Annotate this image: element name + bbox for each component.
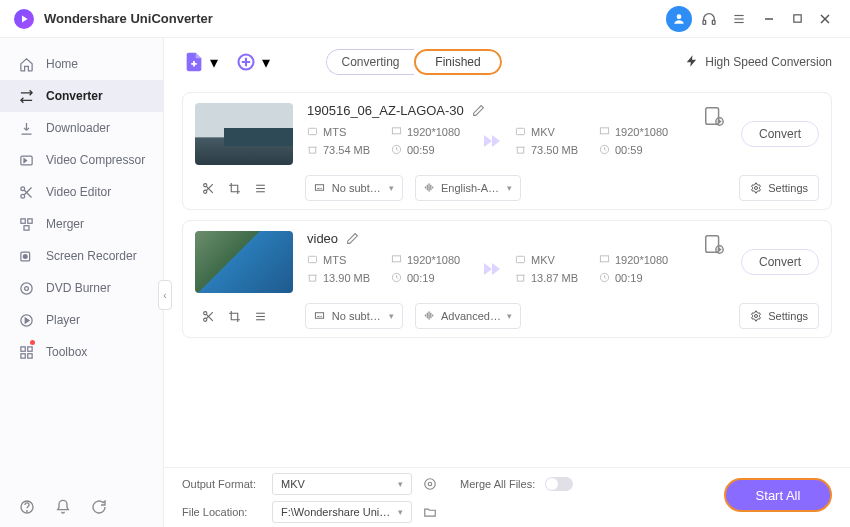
headset-icon[interactable] bbox=[696, 6, 722, 32]
svg-point-19 bbox=[23, 254, 27, 258]
tab-converting[interactable]: Converting bbox=[326, 49, 414, 75]
output-resolution: 1920*1080 bbox=[615, 254, 668, 266]
merge-icon bbox=[18, 216, 34, 232]
svg-point-69 bbox=[425, 478, 436, 489]
sidebar-footer bbox=[0, 487, 163, 527]
file-location-select[interactable]: F:\Wondershare UniConverter▾ bbox=[272, 501, 412, 523]
menu-icon[interactable] bbox=[726, 6, 752, 32]
sidebar-item-label: Video Editor bbox=[46, 185, 111, 199]
chevron-down-icon[interactable]: ▾ bbox=[262, 53, 270, 72]
sidebar-item-compressor[interactable]: Video Compressor bbox=[0, 144, 163, 176]
sidebar-item-downloader[interactable]: Downloader bbox=[0, 112, 163, 144]
trim-icon[interactable] bbox=[201, 309, 215, 323]
help-icon[interactable] bbox=[18, 498, 36, 516]
feedback-icon[interactable] bbox=[90, 498, 108, 516]
tab-finished[interactable]: Finished bbox=[414, 49, 502, 75]
output-format-label: Output Format: bbox=[182, 478, 262, 490]
add-url-button[interactable] bbox=[234, 50, 258, 74]
merge-toggle[interactable] bbox=[545, 477, 573, 491]
svg-rect-24 bbox=[27, 346, 31, 350]
converter-icon bbox=[18, 88, 34, 104]
sidebar-item-merger[interactable]: Merger bbox=[0, 208, 163, 240]
output-format-select[interactable]: MKV▾ bbox=[272, 473, 412, 495]
bell-icon[interactable] bbox=[54, 498, 72, 516]
sidebar-item-label: Screen Recorder bbox=[46, 249, 137, 263]
output-format: MKV bbox=[531, 254, 555, 266]
chevron-down-icon[interactable]: ▾ bbox=[210, 53, 218, 72]
video-thumbnail[interactable] bbox=[195, 231, 293, 293]
file-location-label: File Location: bbox=[182, 506, 262, 518]
sidebar-item-home[interactable]: Home bbox=[0, 48, 163, 80]
svg-rect-2 bbox=[712, 20, 715, 24]
start-all-button[interactable]: Start All bbox=[724, 478, 832, 512]
crop-icon[interactable] bbox=[227, 309, 241, 323]
add-file-button[interactable] bbox=[182, 50, 206, 74]
audio-dropdown[interactable]: English-Advan...▾ bbox=[415, 175, 521, 201]
account-icon[interactable] bbox=[666, 6, 692, 32]
video-thumbnail[interactable] bbox=[195, 103, 293, 165]
svg-rect-23 bbox=[20, 346, 24, 350]
close-button[interactable] bbox=[814, 8, 836, 30]
sidebar-item-dvd[interactable]: DVD Burner bbox=[0, 272, 163, 304]
arrow-icon bbox=[475, 133, 515, 149]
svg-rect-34 bbox=[600, 128, 608, 134]
edit-name-icon[interactable] bbox=[346, 232, 360, 246]
sidebar-collapse-button[interactable]: ‹ bbox=[158, 280, 172, 310]
file-name: video bbox=[307, 231, 338, 246]
format-icon bbox=[307, 126, 319, 138]
format-settings-icon[interactable] bbox=[422, 476, 438, 492]
compress-icon bbox=[18, 152, 34, 168]
svg-point-11 bbox=[20, 186, 24, 190]
file-card: 190516_06_AZ-LAGOA-30 MTS 73.54 MB 1920*… bbox=[182, 92, 832, 210]
high-speed-toggle[interactable]: High Speed Conversion bbox=[685, 54, 832, 71]
subtitle-value: No subtitle bbox=[332, 310, 383, 322]
audio-icon bbox=[424, 182, 435, 194]
arrow-icon bbox=[475, 261, 515, 277]
output-duration: 00:59 bbox=[615, 144, 643, 156]
sidebar-item-label: Merger bbox=[46, 217, 84, 231]
svg-rect-7 bbox=[793, 15, 800, 22]
open-folder-icon[interactable] bbox=[422, 504, 438, 520]
maximize-button[interactable] bbox=[786, 8, 808, 30]
sidebar-item-recorder[interactable]: Screen Recorder bbox=[0, 240, 163, 272]
input-size: 13.90 MB bbox=[323, 272, 370, 284]
output-settings-icon[interactable] bbox=[701, 103, 727, 129]
high-speed-label: High Speed Conversion bbox=[705, 55, 832, 69]
subtitle-dropdown[interactable]: No subtitle▾ bbox=[305, 303, 403, 329]
output-settings-icon[interactable] bbox=[701, 231, 727, 257]
svg-rect-16 bbox=[27, 218, 31, 222]
subtitle-dropdown[interactable]: No subtitle▾ bbox=[305, 175, 403, 201]
sidebar: Home Converter Downloader Video Compress… bbox=[0, 38, 164, 527]
sidebar-item-label: Player bbox=[46, 313, 80, 327]
effect-icon[interactable] bbox=[253, 181, 267, 195]
edit-name-icon[interactable] bbox=[472, 104, 486, 118]
bolt-icon bbox=[685, 54, 699, 71]
download-icon bbox=[18, 120, 34, 136]
crop-icon[interactable] bbox=[227, 181, 241, 195]
svg-rect-33 bbox=[516, 128, 524, 134]
svg-rect-1 bbox=[703, 20, 706, 24]
minimize-button[interactable] bbox=[758, 8, 780, 30]
svg-rect-55 bbox=[706, 236, 719, 253]
svg-point-68 bbox=[428, 482, 432, 486]
svg-point-28 bbox=[27, 511, 28, 512]
settings-button[interactable]: Settings bbox=[739, 175, 819, 201]
settings-button[interactable]: Settings bbox=[739, 303, 819, 329]
titlebar: Wondershare UniConverter bbox=[0, 0, 850, 38]
trim-icon[interactable] bbox=[201, 181, 215, 195]
sidebar-item-toolbox[interactable]: Toolbox bbox=[0, 336, 163, 368]
convert-button[interactable]: Convert bbox=[741, 121, 819, 147]
input-size: 73.54 MB bbox=[323, 144, 370, 156]
svg-point-21 bbox=[24, 286, 28, 290]
effect-icon[interactable] bbox=[253, 309, 267, 323]
footer: Output Format: MKV▾ Merge All Files: Fil… bbox=[164, 467, 850, 527]
size-icon bbox=[307, 144, 319, 156]
sidebar-item-player[interactable]: Player bbox=[0, 304, 163, 336]
svg-rect-26 bbox=[27, 353, 31, 357]
audio-dropdown[interactable]: Advanced Aud...▾ bbox=[415, 303, 521, 329]
home-icon bbox=[18, 56, 34, 72]
file-card: video MTS 13.90 MB 1920*1080 00:19 bbox=[182, 220, 832, 338]
sidebar-item-converter[interactable]: Converter bbox=[0, 80, 163, 112]
sidebar-item-editor[interactable]: Video Editor bbox=[0, 176, 163, 208]
convert-button[interactable]: Convert bbox=[741, 249, 819, 275]
